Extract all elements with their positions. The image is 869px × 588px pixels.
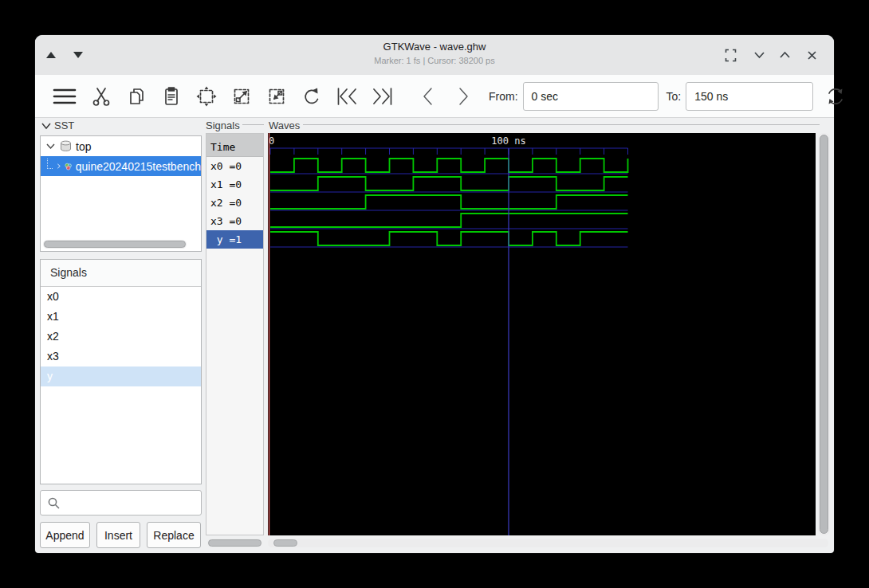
zoom-to-end-button[interactable] xyxy=(364,80,399,112)
time-header: Time xyxy=(206,134,263,157)
sst-tree: top quine20240215testbench xyxy=(40,135,202,252)
append-button[interactable]: Append xyxy=(40,522,90,548)
waves-vscrollbar[interactable] xyxy=(818,133,830,535)
to-input[interactable]: 150 ns xyxy=(686,82,813,111)
tree-item-testbench[interactable]: quine20240215testbench xyxy=(41,156,201,176)
chevron-down-icon xyxy=(41,122,51,130)
menu-icon xyxy=(53,88,77,105)
cut-button[interactable] xyxy=(84,80,119,112)
waves-hscrollbar-thumb[interactable] xyxy=(273,539,297,547)
skip-to-end-icon xyxy=(372,86,393,107)
list-item[interactable]: x1 xyxy=(41,307,201,327)
architecture-icon xyxy=(65,160,72,173)
undo-button[interactable] xyxy=(294,80,329,112)
values-hscrollbar-thumb[interactable] xyxy=(208,539,261,547)
from-value: 0 sec xyxy=(532,90,558,103)
close-button[interactable] xyxy=(802,45,821,65)
zoom-in-icon xyxy=(231,86,252,107)
next-edge-button[interactable] xyxy=(446,80,481,112)
list-item[interactable]: x2 xyxy=(41,327,201,347)
paste-button[interactable] xyxy=(154,80,189,112)
signal-search-box: Signals x0 x1 x2 x3 y xyxy=(40,259,202,484)
undo-arrow-icon xyxy=(301,86,322,107)
tree-item-label: top xyxy=(76,140,91,153)
sst-header: SST xyxy=(54,120,74,131)
titlebar[interactable]: GTKWave - wave.ghw Marker: 1 fs | Cursor… xyxy=(35,35,834,76)
zoom-to-start-button[interactable] xyxy=(329,80,364,112)
window-title: GTKWave - wave.ghw xyxy=(35,41,834,53)
copy-button[interactable] xyxy=(119,80,154,112)
tree-hscrollbar-thumb[interactable] xyxy=(44,241,186,248)
skip-to-start-icon xyxy=(336,86,358,107)
zoom-in-button[interactable] xyxy=(224,80,259,112)
values-panel: Time x0 =0 x1 =0 x2 =0 x3 =0 y =1 xyxy=(206,133,264,535)
tree-item-top[interactable]: top xyxy=(41,136,201,156)
gtkwave-window: GTKWave - wave.ghw Marker: 1 fs | Cursor… xyxy=(35,35,834,553)
tree-guide-lines xyxy=(47,159,53,169)
zoom-out-button[interactable] xyxy=(259,80,294,112)
minimize-button[interactable] xyxy=(749,45,769,65)
tree-hscrollbar[interactable] xyxy=(43,240,187,249)
menu-button[interactable] xyxy=(45,80,84,112)
chevron-down-icon xyxy=(753,51,765,59)
signal-value-row[interactable]: x1 =0 xyxy=(206,175,263,194)
reload-icon xyxy=(824,85,847,108)
chevron-right-icon xyxy=(455,86,471,107)
list-item[interactable]: x3 xyxy=(41,347,201,367)
signal-search-input[interactable] xyxy=(40,490,202,515)
expander-right-icon xyxy=(56,161,62,171)
chevron-left-icon xyxy=(420,86,436,107)
from-label: From: xyxy=(489,90,518,103)
chevron-up-icon xyxy=(779,51,791,59)
to-label: To: xyxy=(666,90,682,103)
insert-label: Insert xyxy=(104,529,132,542)
to-value: 150 ns xyxy=(694,90,728,103)
cut-icon xyxy=(92,86,111,107)
values-hscrollbar[interactable] xyxy=(207,539,262,547)
sst-expander[interactable]: SST xyxy=(41,120,74,131)
marker-cursor-status: Marker: 1 fs | Cursor: 38200 ps xyxy=(35,56,834,65)
toolbar: From: 0 sec To: 150 ns xyxy=(35,75,834,118)
from-input[interactable]: 0 sec xyxy=(523,82,659,111)
waves-hscrollbar[interactable] xyxy=(268,539,828,547)
waves-frame-label: Waves xyxy=(269,120,300,131)
prev-edge-button[interactable] xyxy=(411,80,446,112)
signal-value-row[interactable]: x2 =0 xyxy=(206,194,263,212)
close-icon xyxy=(807,50,817,61)
keep-above-icon xyxy=(725,49,737,62)
expander-down-icon xyxy=(45,142,56,151)
wave-canvas[interactable]: 0100 ns xyxy=(268,133,816,535)
keep-above-button[interactable] xyxy=(721,45,740,65)
zoom-out-icon xyxy=(266,86,287,107)
maximize-button[interactable] xyxy=(775,45,794,65)
tree-item-label: quine20240215testbench xyxy=(76,160,201,173)
signal-value-row-selected[interactable]: y =1 xyxy=(206,230,263,249)
waves-frame-line xyxy=(303,124,820,125)
zoom-fit-icon xyxy=(196,86,217,107)
list-item[interactable]: x0 xyxy=(41,287,201,307)
signal-value-row[interactable]: x0 =0 xyxy=(206,157,263,175)
zoom-fit-button[interactable] xyxy=(189,80,224,112)
module-cylinder-icon xyxy=(60,140,72,152)
desktop: { "window": { "title": "GTKWave - wave.g… xyxy=(0,0,869,588)
paste-icon xyxy=(162,86,181,107)
replace-label: Replace xyxy=(153,529,194,542)
signals-frame-line xyxy=(242,124,264,125)
svg-text:100 ns: 100 ns xyxy=(491,135,525,147)
waves-vscrollbar-thumb[interactable] xyxy=(820,135,828,534)
replace-button[interactable]: Replace xyxy=(147,522,201,548)
wave-svg: 0100 ns xyxy=(268,133,816,535)
signals-frame-label: Signals xyxy=(206,120,240,131)
list-item-selected[interactable]: y xyxy=(41,367,201,386)
append-label: Append xyxy=(45,529,84,542)
search-icon xyxy=(47,496,61,510)
insert-button[interactable]: Insert xyxy=(96,522,140,548)
reload-button[interactable] xyxy=(818,80,853,112)
copy-icon xyxy=(127,86,146,107)
signal-value-row[interactable]: x3 =0 xyxy=(206,212,263,230)
signals-list-header: Signals xyxy=(41,260,201,287)
